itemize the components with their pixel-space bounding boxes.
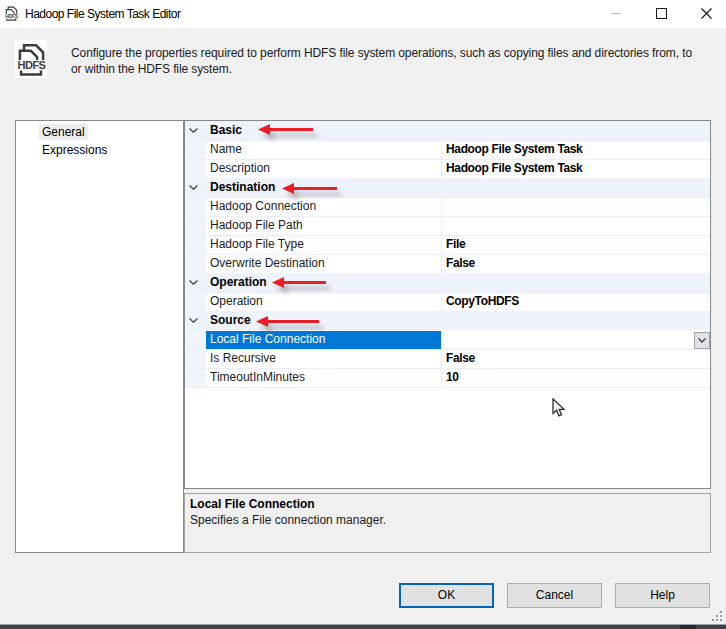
svg-text:HDFS: HDFS <box>5 13 18 19</box>
svg-text:HDFS: HDFS <box>18 59 46 71</box>
